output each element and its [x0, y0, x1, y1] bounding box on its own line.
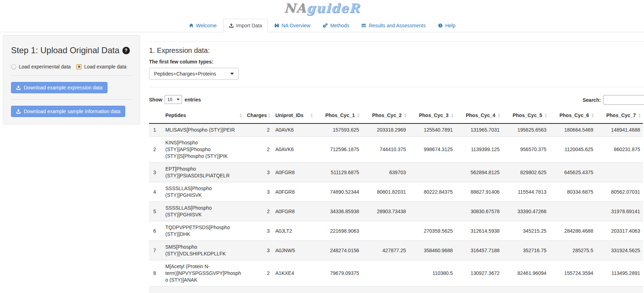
- tab-label: Help: [445, 23, 456, 28]
- value-cell-phos-cyc-3: 270359.5625: [409, 221, 456, 241]
- column-header-label: Phos_Cyc_1: [325, 112, 355, 118]
- value-cell-phos-cyc-7: 31978.69141: [596, 202, 643, 221]
- question-circle-icon[interactable]: ?: [122, 47, 130, 54]
- column-header-charges[interactable]: Charges▲▼: [244, 108, 273, 123]
- row-index: 7: [149, 241, 163, 260]
- radio-checked-icon[interactable]: [76, 64, 82, 70]
- search-input[interactable]: [603, 95, 644, 105]
- table-row-partial: [149, 287, 643, 293]
- app-logo: NAguideR: [0, 1, 644, 15]
- value-cell-phos-cyc-3: 358460.9688: [409, 241, 456, 260]
- column-header-phos_cyc_4[interactable]: Phos_Cyc_4▲▼: [456, 108, 502, 123]
- value-cell-phos-cyc-2: [362, 260, 409, 287]
- column-header-peptides[interactable]: Peptides▲▼: [163, 108, 244, 123]
- row-number-header: [149, 108, 163, 123]
- expression-data-table: Peptides▲▼Charges▲▼Uniprot_IDs▲▼Phos_Cyc…: [149, 108, 643, 293]
- value-cell-phos-cyc-7: 113495.2891: [596, 260, 643, 287]
- sort-icons: ▲▼: [357, 113, 360, 118]
- tab-import-data[interactable]: Import Data: [223, 19, 268, 32]
- button-label: Download example expression data: [24, 85, 103, 90]
- value-cell-phos-cyc-5: 82461.96094: [502, 260, 549, 287]
- empty-cell: [315, 287, 362, 293]
- column-header-label: Phos_Cyc_3: [419, 112, 448, 118]
- value-cell-phos-cyc-7: [596, 163, 643, 182]
- column-header-phos_cyc_3[interactable]: Phos_Cyc_3▲▼: [409, 108, 456, 123]
- empty-cell: [409, 287, 456, 293]
- column-header-phos_cyc_7[interactable]: Phos_Cyc_7▲▼: [596, 108, 643, 123]
- tab-help[interactable]: Help: [432, 19, 461, 32]
- value-cell-phos-cyc-7: 148941.4688: [596, 123, 643, 137]
- sort-icons: ▲▼: [239, 113, 242, 118]
- main-nav: WelcomeImport DataNA OverviewMethodsResu…: [0, 18, 644, 32]
- chevron-down-icon: [230, 73, 234, 75]
- panel-title-text: Step 1: Upload Original Data: [11, 45, 120, 55]
- value-cell-phos-cyc-2: 203318.2969: [362, 123, 409, 137]
- value-cell-phos-cyc-6: 1120045.625: [549, 137, 596, 163]
- tab-welcome[interactable]: Welcome: [183, 19, 222, 32]
- radio-load-example-data[interactable]: Load example data: [76, 64, 126, 70]
- gears-icon: [323, 23, 328, 28]
- row-index: 4: [149, 182, 163, 202]
- table-row: 3EPT[Phospho (STY)]PSIASDISLPIATQELR3A0F…: [149, 163, 643, 182]
- column-types-label: The first few column types:: [149, 59, 644, 65]
- tab-methods[interactable]: Methods: [317, 19, 355, 32]
- uniprot-cell: A0AVK6: [273, 123, 315, 137]
- sort-icons: ▲▼: [591, 113, 594, 118]
- tab-results-and-assessments[interactable]: Results and Assessments: [356, 19, 431, 32]
- sort-icons: ▲▼: [451, 113, 454, 118]
- row-index: 1: [149, 123, 163, 137]
- sort-icons: ▲▼: [310, 113, 313, 118]
- tab-na-overview[interactable]: NA Overview: [269, 19, 316, 32]
- value-cell-phos-cyc-3: 998674.3125: [409, 137, 456, 163]
- value-cell-phos-cyc-2: 744410.375: [362, 137, 409, 163]
- value-cell-phos-cyc-1: 248274.0156: [315, 241, 362, 260]
- column-header-phos_cyc_6[interactable]: Phos_Cyc_6▲▼: [549, 108, 596, 123]
- uniprot-cell: A1KXE4: [273, 260, 315, 287]
- button-label: Download example sample information data: [24, 109, 120, 114]
- uniprot-cell: A0AVK6: [273, 137, 315, 163]
- row-index: 5: [149, 202, 163, 221]
- peptide-cell: SSSSLLAS[Phospho (STY)]PGHISVK: [163, 182, 244, 202]
- column-header-phos_cyc_1[interactable]: Phos_Cyc_1▲▼: [315, 108, 362, 123]
- empty-cell: [456, 287, 502, 293]
- info-icon: [438, 23, 443, 28]
- data-source-radios: Load experimental data Load example data: [11, 64, 132, 70]
- peptide-cell: SMS[Phospho (STY)]VDLSHIPLKDPLLFK: [163, 241, 244, 260]
- radio-load-experimental-data[interactable]: Load experimental data: [11, 64, 71, 70]
- value-cell-phos-cyc-5: 115544.7813: [502, 182, 549, 202]
- radio-label: Load experimental data: [19, 64, 71, 70]
- table-row: 8M[Acetyl (Protein N-term)]NPVYSPGSSGVPY…: [149, 260, 643, 287]
- column-header-label: Uniprot_IDs: [275, 112, 303, 118]
- peptide-cell: M[Acetyl (Protein N-term)]NPVYSPGSSGVPY[…: [163, 260, 244, 287]
- value-cell-phos-cyc-7: 80562.07031: [596, 182, 643, 202]
- value-cell-phos-cyc-4: 562894.8125: [456, 163, 502, 182]
- table-row: 5SSSSLLAS[Phospho (STY)]PGHISVK2A0FGR834…: [149, 202, 643, 221]
- divider: [11, 99, 132, 100]
- charge-cell: 3: [244, 221, 273, 241]
- radio-unchecked-icon[interactable]: [11, 64, 16, 70]
- column-header-label: Phos_Cyc_4: [466, 112, 495, 118]
- page-length-select[interactable]: 10: [165, 95, 182, 104]
- column-types-select[interactable]: Peptides+Charges+Proteins: [149, 68, 239, 80]
- download-expression-data-button[interactable]: Download example expression data: [11, 82, 108, 93]
- section-title: 1. Expression data:: [149, 46, 644, 55]
- column-header-label: Phos_Cyc_2: [372, 112, 402, 118]
- value-cell-phos-cyc-6: [549, 202, 596, 221]
- value-cell-phos-cyc-5: 345215.25: [502, 221, 549, 241]
- download-sample-info-button[interactable]: Download example sample information data: [11, 106, 125, 117]
- value-cell-phos-cyc-2: 427877.25: [362, 241, 409, 260]
- column-header-phos_cyc_5[interactable]: Phos_Cyc_5▲▼: [502, 108, 549, 123]
- charge-cell: 3: [244, 163, 273, 182]
- value-cell-phos-cyc-1: 157593.625: [315, 123, 362, 137]
- charge-cell: 2: [244, 123, 273, 137]
- empty-cell: [362, 287, 409, 293]
- value-cell-phos-cyc-7: 331924.5625: [596, 241, 643, 260]
- column-header-label: Phos_Cyc_7: [606, 112, 636, 118]
- column-header-phos_cyc_2[interactable]: Phos_Cyc_2▲▼: [362, 108, 409, 123]
- column-header-uniprot_ids[interactable]: Uniprot_IDs▲▼: [273, 108, 315, 123]
- uniprot-cell: A0FGR8: [273, 202, 315, 221]
- value-cell-phos-cyc-1: 34336.85938: [315, 202, 362, 221]
- empty-cell: [163, 287, 244, 293]
- uniprot-cell: A0JLT2: [273, 221, 315, 241]
- binoculars-icon: [274, 23, 279, 28]
